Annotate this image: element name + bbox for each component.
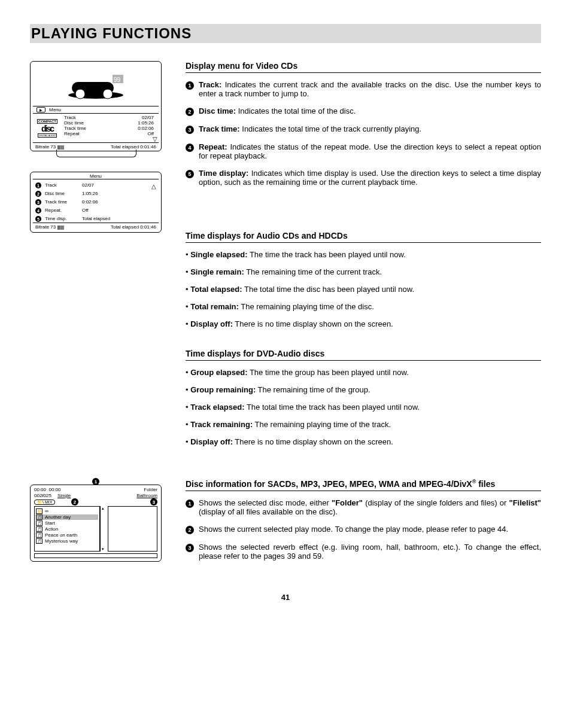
fig3-preview-pane bbox=[108, 506, 157, 552]
callout-2: 2 bbox=[71, 497, 78, 505]
fig2-row: 5Time disp.Total elapsed bbox=[31, 214, 161, 223]
fig3-list-item: 🎵Another day bbox=[36, 514, 98, 520]
svg-point-3 bbox=[103, 89, 113, 99]
figure-file-browser: 1 2 3 00:00 00:00 Folder 002/025 Single … bbox=[30, 485, 162, 562]
fig1-menu-label: Menu bbox=[49, 107, 61, 112]
row-2: 1 2 3 00:00 00:00 Folder 002/025 Single … bbox=[30, 479, 541, 569]
figure-osd-small: 99 99 ▶ Menu COMPACT disc DIGITAL AUDIO … bbox=[30, 61, 162, 151]
audiocd-item: Total remain: The remaining playing time… bbox=[186, 302, 541, 311]
dvdaudio-item: Group elapsed: The time the group has be… bbox=[186, 368, 541, 377]
svg-text:99: 99 bbox=[114, 77, 121, 83]
section-heading-audiocd: Time displays for Audio CDs and HDCDs bbox=[186, 231, 541, 243]
audiocd-item: Single remain: The remaining time of the… bbox=[186, 267, 541, 276]
fig3-list-item: 🎵Start bbox=[36, 520, 98, 526]
fig2-row: 4Repeat.Off bbox=[31, 206, 161, 214]
scrollbar-icon: ▴▾ bbox=[100, 506, 105, 552]
page-number: 41 bbox=[30, 593, 541, 602]
vcd-item: 2Disc time: Indicates the total time of … bbox=[186, 106, 541, 116]
figures-col-2: 1 2 3 00:00 00:00 Folder 002/025 Single … bbox=[30, 479, 162, 569]
fig3-list-item: 🎵Mysterious way bbox=[36, 538, 98, 544]
fig2-row: 2Disc time1:05:26 bbox=[31, 189, 161, 197]
fig2-row: 3Track time0:02:06 bbox=[31, 197, 161, 206]
compact-disc-icon: COMPACT disc DIGITAL AUDIO bbox=[37, 116, 58, 140]
fig2-row: 1Track02/07 bbox=[31, 181, 161, 189]
discinfo-item: 2Shows the current selected play mode. T… bbox=[186, 525, 541, 534]
svg-point-2 bbox=[75, 89, 85, 99]
fig2-bitrate: Bitrate 73 bbox=[35, 224, 56, 230]
fig3-playmode: Single bbox=[57, 493, 71, 498]
fig1-row-value: 0:02:06 bbox=[138, 126, 154, 131]
audiocd-item: Display off: There is no time display sh… bbox=[186, 319, 541, 328]
section-heading-dvdaudio: Time displays for DVD-Audio discs bbox=[186, 349, 541, 361]
play-icon: ▶ bbox=[37, 107, 45, 112]
fig1-row-value: 1:05:26 bbox=[138, 120, 154, 126]
fig2-elapsed: Total elapsed 0:01:46 bbox=[111, 224, 156, 230]
dvdaudio-item: Track remaining: The remaining playing t… bbox=[186, 420, 541, 429]
vcd-item: 4Repeat: Indicates the status of the rep… bbox=[186, 142, 541, 160]
discinfo-item: 3Shows the selected reverb effect (e.g. … bbox=[186, 543, 541, 561]
fig1-row-label: Track bbox=[64, 115, 76, 120]
callout-1: 1 bbox=[92, 477, 99, 485]
section-heading-discinfo: Disc information for SACDs, MP3, JPEG, M… bbox=[186, 479, 541, 491]
fig3-list-item: 📁∞ bbox=[36, 508, 98, 514]
fig3-list-item: 🎵Action bbox=[36, 526, 98, 532]
section-heading-vcd: Display menu for Video CDs bbox=[186, 61, 541, 73]
fig2-menu-label: Menu bbox=[33, 173, 159, 179]
fig1-row-value: 02/07 bbox=[142, 115, 154, 120]
vcd-item: 1Track: Indicates the current track and … bbox=[186, 80, 541, 98]
up-triangle-icon: △ bbox=[151, 183, 156, 190]
row-1: 99 99 ▶ Menu COMPACT disc DIGITAL AUDIO … bbox=[30, 61, 541, 455]
text-col-1: Display menu for Video CDs 1Track: Indic… bbox=[186, 61, 541, 455]
fig1-elapsed: Total elapsed 0:01:46 bbox=[111, 144, 156, 150]
vcd-item: 5Time display: Indicates which time disp… bbox=[186, 169, 541, 187]
audiocd-item: Single elapsed: The time the track has b… bbox=[186, 250, 541, 259]
zoom-connector bbox=[30, 155, 162, 168]
text-col-2: Disc information for SACDs, MP3, JPEG, M… bbox=[186, 479, 541, 569]
svg-text:99: 99 bbox=[90, 75, 97, 82]
fig3-mode: Folder bbox=[144, 487, 157, 492]
fig3-file-list: 📁∞🎵Another day🎵Start🎵Action🎵Peace on ear… bbox=[34, 506, 100, 552]
figure-osd-zoomed: Menu 1Track02/072Disc time1:05:263Track … bbox=[30, 172, 162, 233]
dvdaudio-item: Display off: There is no time display sh… bbox=[186, 437, 541, 446]
car-artwork: 99 99 bbox=[33, 64, 159, 106]
fig3-list-item: 🎵Peace on earth bbox=[36, 532, 98, 538]
fig1-bitrate: Bitrate 73 bbox=[35, 144, 56, 150]
discinfo-item: 1Shows the selected disc mode, either "F… bbox=[186, 498, 541, 516]
fig3-progress-bar bbox=[34, 553, 157, 558]
dvdaudio-item: Track elapsed: The total time the track … bbox=[186, 403, 541, 412]
fig1-row-label: Repeat bbox=[64, 131, 80, 136]
fig1-row-label: Track time bbox=[64, 126, 86, 131]
figures-col-1: 99 99 ▶ Menu COMPACT disc DIGITAL AUDIO … bbox=[30, 61, 162, 455]
page-title-bar: PLAYING FUNCTIONS bbox=[30, 24, 541, 43]
down-triangle-icon: ▽ bbox=[153, 136, 157, 142]
audiocd-item: Total elapsed: The total time the disc h… bbox=[186, 285, 541, 294]
fig1-row-label: Disc time bbox=[64, 120, 84, 126]
callout-3: 3 bbox=[150, 497, 157, 505]
vcd-item: 3Track time: Indicates the total time of… bbox=[186, 124, 541, 134]
page-title: PLAYING FUNCTIONS bbox=[31, 25, 541, 42]
dvdaudio-item: Group remaining: The remaining time of t… bbox=[186, 385, 541, 394]
